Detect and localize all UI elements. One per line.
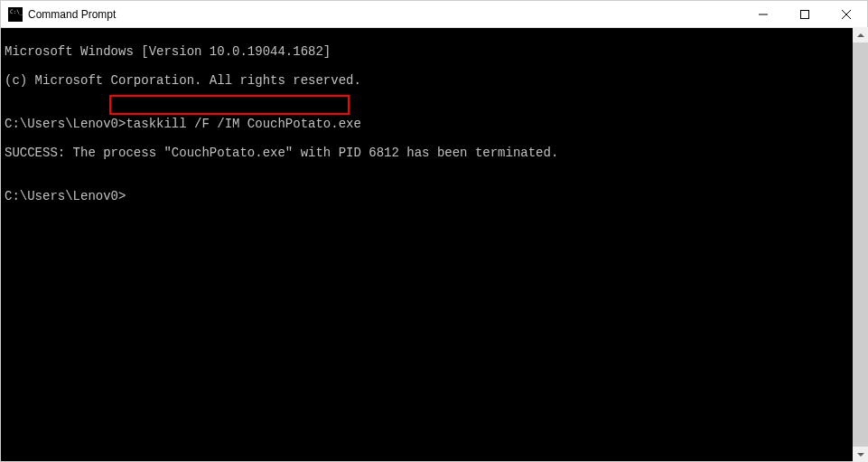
scrollbar-track[interactable]	[853, 42, 868, 447]
minimize-button[interactable]	[742, 1, 784, 27]
maximize-icon	[800, 10, 809, 19]
svg-rect-1	[801, 10, 809, 18]
svg-marker-4	[857, 33, 864, 37]
terminal-prompt-line: C:\Users\Lenov0>	[5, 189, 863, 203]
minimize-icon	[759, 10, 768, 19]
prompt-prefix: C:\Users\Lenov0>	[5, 117, 126, 131]
chevron-down-icon	[857, 453, 864, 457]
terminal-area[interactable]: Microsoft Windows [Version 10.0.19044.16…	[1, 28, 867, 461]
scroll-down-button[interactable]	[853, 447, 868, 462]
terminal-output-line: Microsoft Windows [Version 10.0.19044.16…	[5, 44, 863, 59]
maximize-button[interactable]	[784, 1, 826, 27]
scroll-up-button[interactable]	[853, 27, 868, 42]
terminal-output-line: (c) Microsoft Corporation. All rights re…	[5, 73, 863, 88]
command-prompt-window: Command Prompt Microsoft Windows [Versio…	[0, 0, 868, 462]
cmd-icon	[8, 7, 23, 22]
scrollbar-thumb[interactable]	[853, 42, 868, 447]
prompt-command: taskkill /F /IM CouchPotato.exe	[126, 117, 360, 131]
close-button[interactable]	[826, 1, 867, 27]
vertical-scrollbar[interactable]	[853, 27, 868, 462]
window-title: Command Prompt	[28, 8, 742, 21]
svg-marker-5	[857, 453, 864, 457]
highlight-annotation	[109, 95, 350, 115]
window-controls	[742, 1, 867, 27]
terminal-output-line: SUCCESS: The process "CouchPotato.exe" w…	[5, 146, 863, 160]
chevron-up-icon	[857, 33, 864, 37]
titlebar[interactable]: Command Prompt	[1, 1, 867, 28]
terminal-prompt-line: C:\Users\Lenov0>taskkill /F /IM CouchPot…	[5, 117, 863, 131]
close-icon	[842, 10, 851, 19]
prompt-prefix: C:\Users\Lenov0>	[5, 189, 126, 203]
